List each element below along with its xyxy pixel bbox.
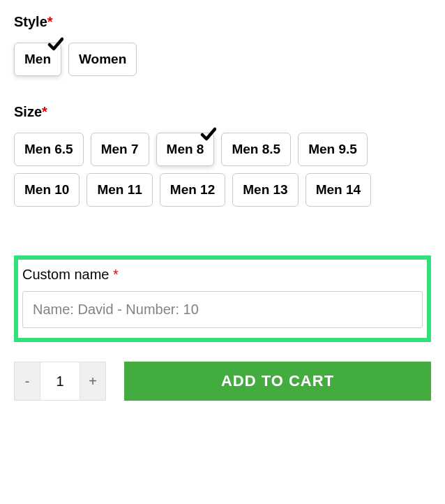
style-option-men-label: Men	[24, 52, 51, 66]
style-label: Style*	[14, 14, 431, 30]
custom-name-box: Custom name *	[14, 255, 431, 342]
size-option-men-12[interactable]: Men 12	[160, 173, 225, 207]
check-icon	[47, 36, 63, 53]
size-label: Size*	[14, 104, 431, 120]
quantity-stepper: - +	[14, 362, 106, 401]
size-option-label: Men 11	[97, 182, 142, 197]
size-option-men-7[interactable]: Men 7	[91, 133, 149, 166]
qty-minus-button[interactable]: -	[14, 362, 40, 401]
required-marker: *	[113, 267, 119, 282]
check-icon	[199, 126, 216, 143]
bottom-row: - + ADD TO CART	[14, 362, 431, 401]
size-option-label: Men 14	[316, 182, 361, 197]
size-option-label: Men 9.5	[308, 142, 357, 156]
size-option-label: Men 12	[170, 182, 215, 197]
style-label-text: Style	[14, 14, 47, 29]
size-option-men-9-5[interactable]: Men 9.5	[298, 133, 368, 166]
qty-value-input[interactable]	[40, 362, 80, 401]
size-option-men-8[interactable]: Men 8	[156, 133, 215, 166]
custom-name-label: Custom name *	[22, 267, 423, 283]
size-option-label: Men 13	[243, 182, 287, 197]
size-option-men-10[interactable]: Men 10	[14, 173, 80, 207]
size-option-label: Men 8.5	[232, 142, 280, 156]
style-option-women[interactable]: Women	[68, 43, 137, 76]
custom-name-label-text: Custom name	[22, 267, 113, 282]
custom-name-input[interactable]	[22, 291, 423, 328]
size-label-text: Size	[14, 104, 42, 119]
style-option-men[interactable]: Men	[14, 43, 61, 76]
style-option-women-label: Women	[79, 52, 126, 66]
size-options: Men 6.5 Men 7 Men 8 Men 8.5 Men 9.5 Men …	[14, 133, 431, 207]
size-option-label: Men 6.5	[24, 142, 73, 156]
size-option-men-11[interactable]: Men 11	[86, 173, 152, 207]
size-option-label: Men 7	[101, 142, 139, 156]
size-option-label: Men 8	[167, 142, 204, 156]
style-options: Men Women	[14, 43, 431, 76]
size-option-men-13[interactable]: Men 13	[232, 173, 298, 207]
size-option-men-6-5[interactable]: Men 6.5	[14, 133, 84, 166]
required-marker: *	[47, 14, 53, 29]
size-option-label: Men 10	[24, 182, 69, 197]
size-option-men-14[interactable]: Men 14	[306, 173, 371, 207]
size-section: Size* Men 6.5 Men 7 Men 8 Men 8.5 Men 9.…	[14, 104, 431, 207]
add-to-cart-button[interactable]: ADD TO CART	[124, 362, 431, 401]
style-section: Style* Men Women	[14, 14, 431, 76]
required-marker: *	[42, 104, 47, 119]
size-option-men-8-5[interactable]: Men 8.5	[221, 133, 291, 166]
qty-plus-button[interactable]: +	[80, 362, 106, 401]
